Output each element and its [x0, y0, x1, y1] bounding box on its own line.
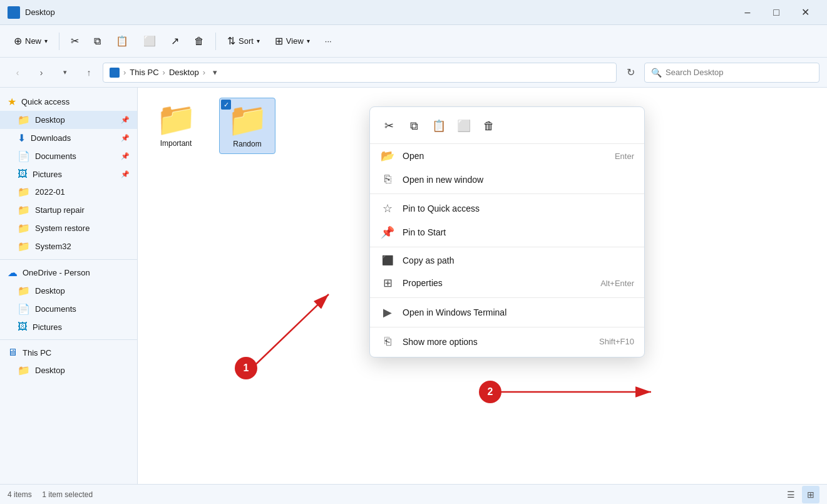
content-area: 📁 Important ✓ 📁 Random ✂ ⧉ 📋 ⬜ 🗑 📂 Open …: [138, 88, 827, 484]
this-pc-section: 🖥 This PC 📁 Desktop: [0, 344, 137, 379]
sidebar-item-onedrive[interactable]: ☁ OneDrive - Person: [0, 264, 137, 282]
folder-sys32-icon: 📁: [18, 240, 30, 252]
bc-this-pc[interactable]: This PC: [130, 68, 158, 77]
sidebar-item-downloads[interactable]: ⬇ Downloads 📌: [0, 129, 137, 147]
sidebar-item-od-docs[interactable]: 📄 Documents: [0, 300, 137, 318]
open-icon: 📂: [380, 149, 395, 163]
sidebar-item-od-pics[interactable]: 🖼 Pictures: [0, 318, 137, 336]
view-button[interactable]: ⊞ View ▾: [269, 31, 316, 51]
ctx-rename-button[interactable]: ⬜: [453, 115, 475, 137]
copy-button[interactable]: ⧉: [88, 32, 107, 51]
breadcrumb[interactable]: › This PC › Desktop › ▾: [103, 63, 617, 83]
annotation-1: 1: [235, 357, 257, 379]
folder-startup-icon: 📁: [18, 204, 30, 216]
rename-icon: ⬜: [143, 35, 156, 47]
ctx-item-open[interactable]: 📂 Open Enter: [370, 144, 644, 168]
new-button[interactable]: ⊕ New ▾: [8, 31, 54, 51]
cut-button[interactable]: ✂: [64, 31, 85, 51]
ctx-item-pin-quick[interactable]: ☆ Pin to Quick access: [370, 197, 644, 220]
svg-line-1: [247, 294, 329, 373]
ctx-sep-1: [370, 193, 644, 194]
star-icon: ★: [8, 96, 16, 108]
od-desktop-label: Desktop: [35, 286, 65, 296]
od-pics-icon: 🖼: [18, 321, 28, 332]
od-pics-label: Pictures: [33, 322, 62, 332]
app-icon: [8, 6, 20, 19]
ctx-item-more-options[interactable]: ⎗ Show more options Shift+F10: [370, 330, 644, 353]
folder-restore-icon: 📁: [18, 222, 30, 234]
ctx-copy-button[interactable]: ⧉: [403, 115, 425, 137]
search-icon: 🔍: [651, 68, 662, 78]
ctx-item-open-new-window[interactable]: ⎘ Open in new window: [370, 168, 644, 191]
folder-important-name: Important: [160, 139, 192, 148]
refresh-button[interactable]: ↻: [620, 63, 640, 83]
sidebar-item-pc-desktop[interactable]: 📁 Desktop: [0, 361, 137, 379]
search-box[interactable]: 🔍: [644, 63, 819, 83]
rename-button[interactable]: ⬜: [137, 31, 162, 51]
bc-desktop[interactable]: Desktop: [169, 68, 199, 77]
ctx-sep-3: [370, 297, 644, 298]
search-input[interactable]: [665, 68, 813, 77]
annotation-2: 2: [479, 381, 501, 403]
up-button[interactable]: ↑: [79, 63, 99, 83]
pin-start-icon: 📌: [380, 225, 395, 239]
folder-item-random[interactable]: ✓ 📁 Random: [219, 98, 275, 154]
od-docs-label: Documents: [35, 304, 76, 314]
pin-icon: 📌: [121, 116, 130, 124]
ctx-item-copy-path[interactable]: ⬛ Copy as path: [370, 250, 644, 271]
sidebar-item-2022[interactable]: 📁 2022-01: [0, 183, 137, 201]
sidebar-restore-label: System restore: [35, 224, 90, 233]
sidebar: ★ Quick access 📁 Desktop 📌 ⬇ Downloads 📌…: [0, 88, 138, 484]
maximize-button[interactable]: □: [762, 0, 791, 25]
new-window-icon: ⎘: [380, 173, 395, 186]
ctx-more-options-shortcut: Shift+F10: [599, 337, 634, 346]
ctx-item-pin-start[interactable]: 📌 Pin to Start: [370, 220, 644, 244]
plus-icon: ⊕: [14, 35, 22, 47]
od-docs-icon: 📄: [18, 303, 30, 315]
ctx-item-properties[interactable]: ⊞ Properties Alt+Enter: [370, 271, 644, 295]
nav-bar: ‹ › ▾ ↑ › This PC › Desktop › ▾ ↻ 🔍: [0, 58, 827, 88]
new-label: New: [25, 36, 41, 46]
ctx-properties-shortcut: Alt+Enter: [600, 279, 634, 288]
delete-button[interactable]: 🗑: [188, 32, 210, 51]
sidebar-documents-label: Documents: [35, 152, 76, 161]
sidebar-item-desktop[interactable]: 📁 Desktop 📌: [0, 111, 137, 129]
grid-view-button[interactable]: ⊞: [802, 486, 819, 503]
ctx-paste-button[interactable]: 📋: [428, 115, 450, 137]
sidebar-item-system32[interactable]: 📁 System32: [0, 237, 137, 255]
this-pc-icon: 🖥: [8, 347, 18, 358]
close-button[interactable]: ✕: [791, 0, 819, 25]
pin-quick-icon: ☆: [380, 202, 395, 215]
ctx-pin-start-label: Pin to Start: [403, 227, 634, 237]
sort-button[interactable]: ⇅ Sort ▾: [221, 31, 266, 51]
recent-button[interactable]: ▾: [55, 63, 75, 83]
sort-icon: ⇅: [227, 35, 235, 47]
sidebar-item-startup[interactable]: 📁 Startup repair: [0, 201, 137, 219]
folder-item-important[interactable]: 📁 Important: [148, 98, 204, 153]
bc-dropdown-button[interactable]: ▾: [209, 66, 222, 79]
minimize-button[interactable]: –: [733, 0, 762, 25]
sidebar-item-documents[interactable]: 📄 Documents 📌: [0, 147, 137, 165]
ctx-delete-button[interactable]: 🗑: [478, 115, 500, 137]
ctx-cut-button[interactable]: ✂: [378, 115, 400, 137]
terminal-icon: ▶: [380, 306, 395, 319]
sidebar-item-pictures[interactable]: 🖼 Pictures 📌: [0, 165, 137, 183]
back-button[interactable]: ‹: [8, 63, 28, 83]
ctx-open-label: Open: [403, 151, 607, 161]
view-toggle: ☰ ⊞: [782, 486, 819, 503]
sidebar-item-system-restore[interactable]: 📁 System restore: [0, 219, 137, 237]
list-view-button[interactable]: ☰: [782, 486, 799, 503]
separator-1: [59, 33, 59, 50]
main-area: ★ Quick access 📁 Desktop 📌 ⬇ Downloads 📌…: [0, 88, 827, 484]
forward-button[interactable]: ›: [31, 63, 51, 83]
sidebar-item-this-pc[interactable]: 🖥 This PC: [0, 344, 137, 361]
pin-icon-pic: 📌: [121, 170, 130, 178]
folder-icon: 📁: [18, 114, 30, 126]
sidebar-item-quick-access[interactable]: ★ Quick access: [0, 93, 137, 111]
ctx-item-terminal[interactable]: ▶ Open in Windows Terminal: [370, 301, 644, 324]
more-button[interactable]: ···: [319, 33, 338, 49]
new-dropdown-icon: ▾: [44, 38, 48, 44]
paste-button[interactable]: 📋: [110, 31, 135, 51]
sidebar-item-od-desktop[interactable]: 📁 Desktop: [0, 282, 137, 300]
share-button[interactable]: ↗: [165, 31, 185, 51]
